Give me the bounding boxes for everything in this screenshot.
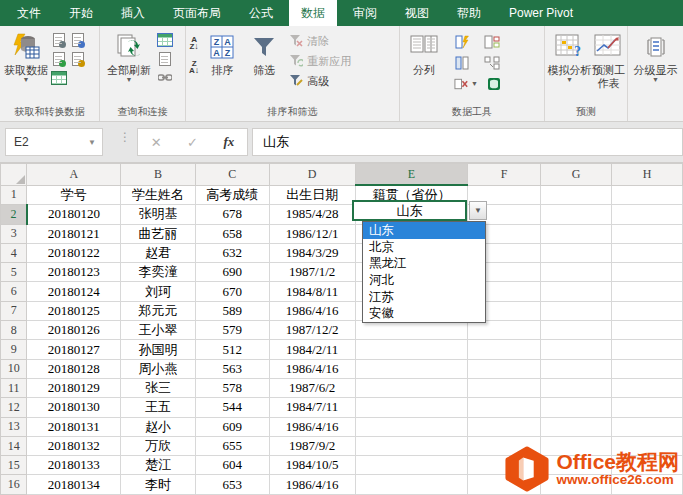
tab-1[interactable]: 文件 xyxy=(17,0,41,26)
cancel-button[interactable]: ✕ xyxy=(151,135,162,150)
cell-F10[interactable] xyxy=(468,359,541,378)
cell-D3[interactable]: 1986/12/1 xyxy=(269,224,355,243)
dropdown-item-6[interactable]: 安徽 xyxy=(363,305,485,322)
cell-F11[interactable] xyxy=(468,378,541,397)
cell-D7[interactable]: 1986/4/16 xyxy=(269,301,355,320)
cell-B13[interactable]: 赵小 xyxy=(121,417,196,436)
cell-E8[interactable] xyxy=(355,321,468,340)
cell-H4[interactable] xyxy=(612,243,683,262)
clear-filter-button[interactable]: 清除 xyxy=(290,34,351,48)
get-data-button[interactable]: 获取数据 ▼ xyxy=(2,30,50,83)
cell-C8[interactable]: 579 xyxy=(195,321,269,340)
cell-G10[interactable] xyxy=(540,359,612,378)
cell-G3[interactable] xyxy=(540,224,612,243)
dropdown-item-3[interactable]: 黑龙江 xyxy=(363,255,485,272)
cell-H2[interactable] xyxy=(612,205,683,224)
cell-H8[interactable] xyxy=(612,321,683,340)
col-header-C[interactable]: C xyxy=(195,164,269,186)
cell-C1[interactable]: 高考成绩 xyxy=(195,185,269,205)
sort-descending-button[interactable]: ZA↓ xyxy=(189,60,199,74)
cell-G1[interactable] xyxy=(540,185,612,205)
cell-C10[interactable]: 563 xyxy=(195,359,269,378)
enter-button[interactable]: ✓ xyxy=(187,135,198,150)
cell-A5[interactable]: 20180123 xyxy=(27,263,121,282)
cell-H12[interactable] xyxy=(612,398,683,417)
row-header-15[interactable]: 15 xyxy=(1,456,27,475)
cell-H10[interactable] xyxy=(612,359,683,378)
cell-C2[interactable]: 678 xyxy=(195,205,269,224)
cell-E15[interactable] xyxy=(355,456,468,475)
col-header-F[interactable]: F xyxy=(468,164,541,186)
cell-B14[interactable]: 万欣 xyxy=(121,436,196,455)
cell-C16[interactable]: 653 xyxy=(195,475,269,494)
remove-duplicates-icon[interactable] xyxy=(454,55,470,71)
cell-B9[interactable]: 孙国明 xyxy=(121,340,196,359)
cell-C6[interactable]: 670 xyxy=(195,282,269,301)
row-header-14[interactable]: 14 xyxy=(1,436,27,455)
cell-B4[interactable]: 赵君 xyxy=(121,243,196,262)
dropdown-item-5[interactable]: 江苏 xyxy=(363,289,485,306)
cell-E14[interactable] xyxy=(355,436,468,455)
cell-A13[interactable]: 20180131 xyxy=(27,417,121,436)
cell-A6[interactable]: 20180124 xyxy=(27,282,121,301)
cell-C9[interactable]: 512 xyxy=(195,340,269,359)
validation-dropdown-button[interactable]: ▼ xyxy=(469,201,487,220)
dropdown-item-2[interactable]: 北京 xyxy=(363,239,485,256)
row-header-7[interactable]: 7 xyxy=(1,301,27,320)
cell-C15[interactable]: 604 xyxy=(195,456,269,475)
cell-D1[interactable]: 出生日期 xyxy=(269,185,355,205)
cell-G8[interactable] xyxy=(540,321,612,340)
cell-H1[interactable] xyxy=(612,185,683,205)
tab-2[interactable]: 开始 xyxy=(69,0,93,26)
cell-A9[interactable]: 20180127 xyxy=(27,340,121,359)
cell-A7[interactable]: 20180125 xyxy=(27,301,121,320)
cell-G2[interactable] xyxy=(540,205,612,224)
cell-A4[interactable]: 20180122 xyxy=(27,243,121,262)
name-box-dropdown-arrow[interactable]: ▼ xyxy=(88,138,96,147)
cell-C11[interactable]: 578 xyxy=(195,378,269,397)
cell-F8[interactable] xyxy=(468,321,541,340)
flash-fill-icon[interactable] xyxy=(454,34,470,50)
forecast-sheet-button[interactable]: 预测工作表 xyxy=(592,30,625,90)
cell-E10[interactable] xyxy=(355,359,468,378)
cell-A3[interactable]: 20180121 xyxy=(27,224,121,243)
cell-H13[interactable] xyxy=(612,417,683,436)
cell-C7[interactable]: 589 xyxy=(195,301,269,320)
tab-6[interactable]: 数据 xyxy=(289,0,337,26)
filter-button[interactable]: 筛选 xyxy=(244,30,284,77)
cell-E16[interactable] xyxy=(355,475,468,494)
cell-A2[interactable]: 20180120 xyxy=(27,205,121,224)
cell-B3[interactable]: 曲艺丽 xyxy=(121,224,196,243)
edit-links-icon[interactable] xyxy=(157,70,173,86)
col-header-E[interactable]: E xyxy=(355,164,468,186)
col-header-D[interactable]: D xyxy=(269,164,355,186)
cell-C5[interactable]: 690 xyxy=(195,263,269,282)
queries-connections-icon[interactable] xyxy=(157,32,173,48)
cell-B6[interactable]: 刘珂 xyxy=(121,282,196,301)
validation-dropdown[interactable]: ▼ xyxy=(454,76,478,92)
sort-button[interactable]: Z A A Z 排序 xyxy=(200,30,244,77)
cell-G12[interactable] xyxy=(540,398,612,417)
cell-G4[interactable] xyxy=(540,243,612,262)
dropdown-item-4[interactable]: 河北 xyxy=(363,272,485,289)
manage-data-model-icon[interactable] xyxy=(486,76,502,92)
cell-B16[interactable]: 李时 xyxy=(121,475,196,494)
cell-A10[interactable]: 20180128 xyxy=(27,359,121,378)
cell-B7[interactable]: 郑元元 xyxy=(121,301,196,320)
data-validation-icon[interactable] xyxy=(484,34,500,50)
cell-F13[interactable] xyxy=(468,417,541,436)
cell-A8[interactable]: 20180126 xyxy=(27,321,121,340)
cell-G13[interactable] xyxy=(540,417,612,436)
cell-B1[interactable]: 学生姓名 xyxy=(121,185,196,205)
cell-A15[interactable]: 20180133 xyxy=(27,456,121,475)
cell-D13[interactable]: 1986/4/16 xyxy=(269,417,355,436)
properties-icon[interactable] xyxy=(157,51,173,67)
consolidate-icon[interactable] xyxy=(484,55,500,71)
cell-F12[interactable] xyxy=(468,398,541,417)
tab-10[interactable]: Power Pivot xyxy=(509,0,573,26)
cell-C12[interactable]: 544 xyxy=(195,398,269,417)
cell-A11[interactable]: 20180129 xyxy=(27,378,121,397)
from-table-icon[interactable] xyxy=(51,70,67,86)
cell-G9[interactable] xyxy=(540,340,612,359)
selected-cell-E2[interactable]: 山东 xyxy=(352,200,467,221)
